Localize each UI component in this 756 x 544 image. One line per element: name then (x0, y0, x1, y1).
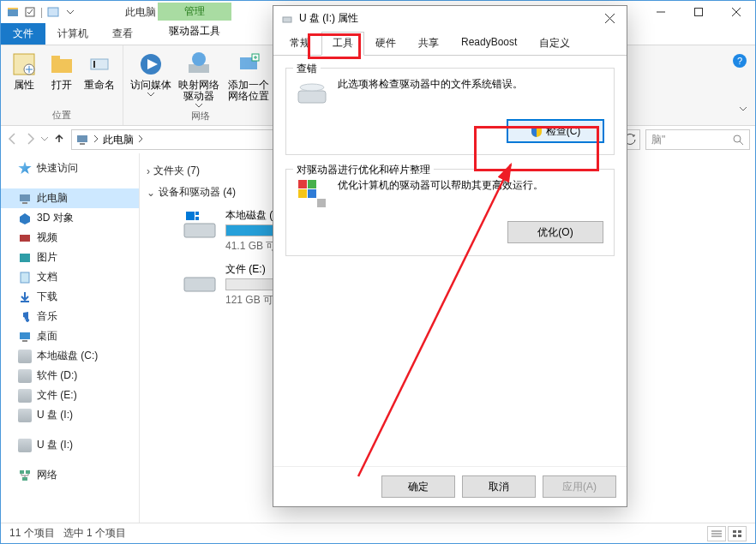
nav-3d-objects[interactable]: 3D 对象 (1, 208, 139, 228)
ribbon-collapse-icon[interactable] (738, 104, 748, 117)
title-text: 此电脑 (125, 5, 156, 20)
ribbon-rename[interactable]: 重命名 (81, 49, 117, 107)
breadcrumb-chevron-icon[interactable] (137, 134, 144, 146)
maximize-button[interactable] (680, 3, 717, 21)
ribbon-rename-label: 重命名 (84, 80, 115, 91)
svg-rect-57 (317, 199, 326, 207)
close-button[interactable] (717, 3, 755, 21)
nav-downloads[interactable]: 下载 (1, 287, 139, 307)
drive-icon (183, 208, 217, 242)
tab-readyboost[interactable]: ReadyBoost (450, 32, 528, 56)
dialog-body: 查错 此选项将检查驱动器中的文件系统错误。 检查(C) 对驱动器进行优化和碎片整… (273, 56, 627, 466)
pc-icon (75, 133, 89, 146)
svg-rect-53 (298, 180, 307, 188)
view-large-button[interactable] (728, 526, 747, 541)
nav-music[interactable]: 音乐 (1, 307, 139, 326)
svg-rect-47 (738, 535, 741, 537)
ok-button[interactable]: 确定 (381, 475, 455, 498)
contextual-header: 管理 (158, 3, 231, 21)
svg-rect-31 (20, 332, 30, 339)
ribbon-group-location: 位置 (6, 107, 117, 122)
minimize-button[interactable] (642, 3, 680, 21)
nav-up-button[interactable] (52, 132, 66, 148)
dialog-tabs: 常规 工具 硬件 共享 ReadyBoost 自定义 (273, 32, 627, 56)
svg-rect-51 (298, 91, 326, 103)
nav-documents[interactable]: 文档 (1, 267, 139, 287)
nav-desktop[interactable]: 桌面 (1, 326, 139, 346)
tab-drive-tools[interactable]: 驱动器工具 (158, 21, 231, 44)
nav-back-button[interactable] (6, 132, 20, 148)
nav-quick-access[interactable]: 快速访问 (1, 158, 139, 178)
ribbon-group-network: 网络 (129, 108, 273, 123)
svg-rect-36 (184, 224, 215, 237)
tab-hardware[interactable]: 硬件 (364, 32, 407, 56)
qat-pin-icon[interactable] (23, 5, 37, 19)
svg-rect-24 (20, 194, 30, 201)
ribbon-properties-label: 属性 (14, 80, 34, 91)
svg-rect-54 (308, 180, 316, 188)
ribbon-map-drive[interactable]: 映射网络 驱动器 (175, 49, 223, 108)
ribbon-access-media[interactable]: 访问媒体 (129, 49, 173, 108)
nav-usb-i-2[interactable]: U 盘 (I:) (1, 435, 139, 455)
view-details-button[interactable] (707, 526, 726, 541)
svg-point-17 (192, 52, 206, 66)
svg-rect-32 (22, 340, 27, 342)
nav-usb-i-1[interactable]: U 盘 (I:) (1, 405, 139, 425)
svg-rect-48 (283, 17, 291, 22)
svg-rect-20 (77, 135, 87, 142)
breadcrumb-chevron-icon[interactable] (93, 134, 99, 146)
error-check-desc: 此选项将检查驱动器中的文件系统错误。 (338, 77, 603, 92)
tab-customize[interactable]: 自定义 (528, 32, 581, 56)
svg-rect-13 (93, 61, 95, 68)
tab-view[interactable]: 查看 (100, 23, 145, 45)
cancel-button[interactable]: 取消 (462, 475, 536, 498)
svg-point-52 (300, 84, 324, 91)
nav-videos[interactable]: 视频 (1, 228, 139, 248)
ribbon-add-location[interactable]: 添加一个 网络位置 (225, 49, 273, 108)
qat-dropdown-icon[interactable] (63, 5, 77, 19)
nav-local-disk-c[interactable]: 本地磁盘 (C:) (1, 346, 139, 366)
tab-general[interactable]: 常规 (279, 32, 321, 56)
svg-rect-37 (186, 212, 195, 220)
search-input[interactable]: 脑" (645, 129, 750, 150)
svg-rect-35 (22, 477, 27, 481)
apply-button[interactable]: 应用(A) (543, 475, 616, 498)
error-check-group: 查错 此选项将检查驱动器中的文件系统错误。 检查(C) (285, 68, 615, 155)
svg-rect-38 (195, 212, 199, 215)
tab-sharing[interactable]: 共享 (407, 32, 450, 56)
svg-point-22 (734, 135, 741, 142)
tab-tools[interactable]: 工具 (321, 32, 364, 56)
ribbon-open[interactable]: 打开 (44, 49, 80, 107)
dialog-close-button[interactable] (597, 9, 621, 27)
qat-properties-icon[interactable] (46, 5, 60, 19)
nav-forward-button[interactable] (23, 132, 37, 148)
svg-rect-10 (51, 59, 72, 73)
nav-pictures[interactable]: 图片 (1, 248, 139, 267)
svg-rect-55 (298, 189, 307, 198)
tab-file[interactable]: 文件 (1, 23, 45, 45)
dialog-titlebar: U 盘 (I:) 属性 (273, 6, 627, 30)
optimize-button[interactable]: 优化(O) (507, 221, 603, 243)
svg-rect-3 (48, 8, 58, 16)
contextual-tab-group: 管理 驱动器工具 (158, 3, 231, 44)
nav-files-e[interactable]: 文件 (E:) (1, 386, 139, 405)
nav-network[interactable]: 网络 (1, 465, 139, 485)
nav-this-pc[interactable]: 此电脑 (1, 188, 139, 208)
nav-history-dropdown[interactable] (40, 134, 49, 146)
breadcrumb-this-pc[interactable]: 此电脑 (103, 133, 134, 147)
check-button[interactable]: 检查(C) (507, 120, 603, 142)
dialog-footer: 确定 取消 应用(A) (273, 466, 627, 506)
tab-computer[interactable]: 计算机 (45, 23, 100, 45)
system-menu-icon[interactable] (6, 5, 20, 19)
navigation-pane: 快速访问 此电脑 3D 对象 视频 图片 文档 下载 音乐 桌面 本地磁盘 (C… (1, 153, 140, 523)
properties-dialog: U 盘 (I:) 属性 常规 工具 硬件 共享 ReadyBoost 自定义 查… (273, 5, 627, 507)
svg-rect-56 (308, 189, 316, 198)
svg-line-23 (740, 141, 743, 145)
svg-rect-25 (22, 202, 27, 204)
ribbon-properties[interactable]: 属性 (6, 49, 42, 107)
help-icon[interactable]: ? (733, 54, 747, 68)
search-icon (732, 134, 744, 146)
svg-rect-11 (51, 56, 60, 61)
nav-software-d[interactable]: 软件 (D:) (1, 366, 139, 386)
svg-rect-0 (8, 9, 18, 16)
